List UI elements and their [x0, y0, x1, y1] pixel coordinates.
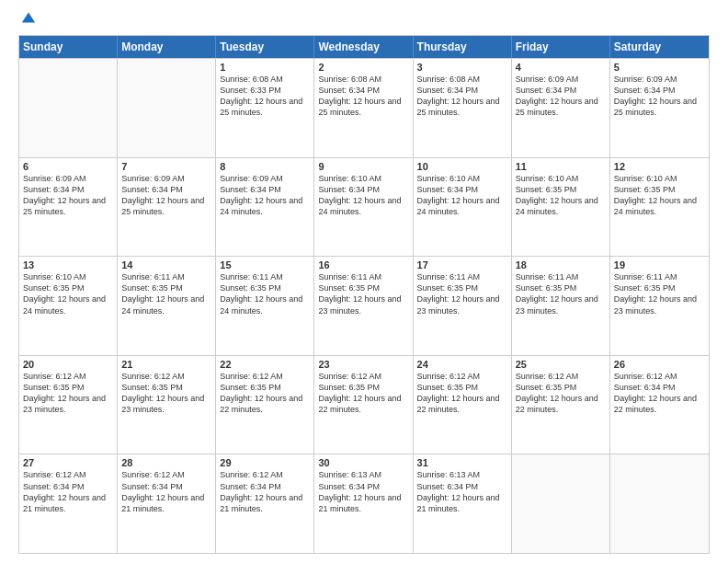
day-info: Sunrise: 6:13 AM Sunset: 6:34 PM Dayligh… — [318, 469, 408, 514]
day-number: 8 — [220, 161, 310, 172]
cal-cell-2-1: 14Sunrise: 6:11 AM Sunset: 6:35 PM Dayli… — [118, 257, 216, 355]
header-tuesday: Tuesday — [216, 36, 314, 58]
day-info: Sunrise: 6:11 AM Sunset: 6:35 PM Dayligh… — [220, 271, 310, 316]
cal-cell-0-0 — [19, 59, 118, 157]
cal-cell-2-5: 18Sunrise: 6:11 AM Sunset: 6:35 PM Dayli… — [512, 257, 610, 355]
week-row-1: 1Sunrise: 6:08 AM Sunset: 6:33 PM Daylig… — [19, 58, 709, 157]
cal-cell-3-3: 23Sunrise: 6:12 AM Sunset: 6:35 PM Dayli… — [314, 356, 413, 454]
day-number: 15 — [220, 259, 310, 270]
day-info: Sunrise: 6:12 AM Sunset: 6:34 PM Dayligh… — [220, 469, 310, 514]
cal-cell-3-0: 20Sunrise: 6:12 AM Sunset: 6:35 PM Dayli… — [19, 356, 118, 454]
day-number: 20 — [23, 359, 113, 370]
cal-cell-3-2: 22Sunrise: 6:12 AM Sunset: 6:35 PM Dayli… — [216, 356, 314, 454]
cal-cell-1-6: 12Sunrise: 6:10 AM Sunset: 6:35 PM Dayli… — [610, 158, 709, 257]
day-info: Sunrise: 6:12 AM Sunset: 6:34 PM Dayligh… — [614, 371, 705, 416]
cal-cell-4-4: 31Sunrise: 6:13 AM Sunset: 6:34 PM Dayli… — [414, 454, 512, 553]
cal-cell-3-4: 24Sunrise: 6:12 AM Sunset: 6:35 PM Dayli… — [414, 356, 512, 454]
cal-cell-4-2: 29Sunrise: 6:12 AM Sunset: 6:34 PM Dayli… — [216, 454, 314, 553]
day-number: 2 — [318, 62, 408, 73]
cal-cell-4-3: 30Sunrise: 6:13 AM Sunset: 6:34 PM Dayli… — [314, 454, 413, 553]
day-info: Sunrise: 6:09 AM Sunset: 6:34 PM Dayligh… — [23, 173, 113, 218]
day-info: Sunrise: 6:12 AM Sunset: 6:35 PM Dayligh… — [121, 371, 211, 416]
cal-cell-4-6 — [610, 454, 709, 553]
cal-cell-4-5 — [512, 454, 610, 553]
day-number: 17 — [417, 259, 507, 270]
page-header — [18, 17, 710, 26]
week-row-2: 6Sunrise: 6:09 AM Sunset: 6:34 PM Daylig… — [19, 157, 709, 257]
day-info: Sunrise: 6:09 AM Sunset: 6:34 PM Dayligh… — [121, 173, 211, 218]
day-info: Sunrise: 6:10 AM Sunset: 6:34 PM Dayligh… — [318, 173, 408, 218]
day-number: 23 — [318, 359, 408, 370]
day-number: 30 — [318, 457, 408, 468]
day-info: Sunrise: 6:11 AM Sunset: 6:35 PM Dayligh… — [121, 271, 211, 316]
logo-icon — [20, 9, 37, 26]
cal-cell-0-1 — [118, 59, 216, 157]
cal-cell-1-4: 10Sunrise: 6:10 AM Sunset: 6:34 PM Dayli… — [414, 158, 512, 257]
logo — [18, 17, 37, 26]
cal-cell-0-5: 4Sunrise: 6:09 AM Sunset: 6:34 PM Daylig… — [512, 59, 610, 157]
cal-cell-2-3: 16Sunrise: 6:11 AM Sunset: 6:35 PM Dayli… — [314, 257, 413, 355]
day-info: Sunrise: 6:12 AM Sunset: 6:35 PM Dayligh… — [516, 371, 606, 416]
cal-cell-1-3: 9Sunrise: 6:10 AM Sunset: 6:34 PM Daylig… — [314, 158, 413, 257]
day-number: 27 — [23, 457, 113, 468]
day-number: 26 — [614, 359, 705, 370]
header-wednesday: Wednesday — [314, 36, 413, 58]
header-saturday: Saturday — [610, 36, 709, 58]
day-info: Sunrise: 6:10 AM Sunset: 6:34 PM Dayligh… — [417, 173, 507, 218]
day-number: 28 — [121, 457, 211, 468]
day-number: 9 — [318, 161, 408, 172]
cal-cell-2-6: 19Sunrise: 6:11 AM Sunset: 6:35 PM Dayli… — [610, 257, 709, 355]
cal-cell-3-1: 21Sunrise: 6:12 AM Sunset: 6:35 PM Dayli… — [118, 356, 216, 454]
day-info: Sunrise: 6:10 AM Sunset: 6:35 PM Dayligh… — [614, 173, 705, 218]
header-sunday: Sunday — [19, 36, 118, 58]
calendar: Sunday Monday Tuesday Wednesday Thursday… — [18, 35, 710, 554]
day-number: 16 — [318, 259, 408, 270]
day-info: Sunrise: 6:09 AM Sunset: 6:34 PM Dayligh… — [516, 74, 606, 119]
day-info: Sunrise: 6:12 AM Sunset: 6:35 PM Dayligh… — [417, 371, 507, 416]
day-info: Sunrise: 6:08 AM Sunset: 6:34 PM Dayligh… — [417, 74, 507, 119]
day-number: 19 — [614, 259, 705, 270]
cal-cell-0-2: 1Sunrise: 6:08 AM Sunset: 6:33 PM Daylig… — [216, 59, 314, 157]
day-number: 11 — [516, 161, 606, 172]
day-number: 22 — [220, 359, 310, 370]
day-number: 13 — [23, 259, 113, 270]
week-row-4: 20Sunrise: 6:12 AM Sunset: 6:35 PM Dayli… — [19, 355, 709, 454]
day-info: Sunrise: 6:11 AM Sunset: 6:35 PM Dayligh… — [516, 271, 606, 316]
header-friday: Friday — [512, 36, 610, 58]
day-info: Sunrise: 6:11 AM Sunset: 6:35 PM Dayligh… — [318, 271, 408, 316]
day-info: Sunrise: 6:12 AM Sunset: 6:34 PM Dayligh… — [23, 469, 113, 514]
cal-cell-2-0: 13Sunrise: 6:10 AM Sunset: 6:35 PM Dayli… — [19, 257, 118, 355]
cal-cell-4-0: 27Sunrise: 6:12 AM Sunset: 6:34 PM Dayli… — [19, 454, 118, 553]
cal-cell-1-0: 6Sunrise: 6:09 AM Sunset: 6:34 PM Daylig… — [19, 158, 118, 257]
day-info: Sunrise: 6:08 AM Sunset: 6:34 PM Dayligh… — [318, 74, 408, 119]
day-number: 12 — [614, 161, 705, 172]
day-number: 29 — [220, 457, 310, 468]
day-number: 1 — [220, 62, 310, 73]
cal-cell-1-1: 7Sunrise: 6:09 AM Sunset: 6:34 PM Daylig… — [118, 158, 216, 257]
day-number: 3 — [417, 62, 507, 73]
day-number: 25 — [516, 359, 606, 370]
day-number: 10 — [417, 161, 507, 172]
cal-cell-3-6: 26Sunrise: 6:12 AM Sunset: 6:34 PM Dayli… — [610, 356, 709, 454]
day-number: 18 — [516, 259, 606, 270]
day-info: Sunrise: 6:13 AM Sunset: 6:34 PM Dayligh… — [417, 469, 507, 514]
day-info: Sunrise: 6:09 AM Sunset: 6:34 PM Dayligh… — [614, 74, 705, 119]
day-info: Sunrise: 6:11 AM Sunset: 6:35 PM Dayligh… — [614, 271, 705, 316]
day-info: Sunrise: 6:12 AM Sunset: 6:35 PM Dayligh… — [220, 371, 310, 416]
svg-marker-0 — [22, 13, 35, 23]
cal-cell-0-4: 3Sunrise: 6:08 AM Sunset: 6:34 PM Daylig… — [414, 59, 512, 157]
day-info: Sunrise: 6:08 AM Sunset: 6:33 PM Dayligh… — [220, 74, 310, 119]
cal-cell-0-3: 2Sunrise: 6:08 AM Sunset: 6:34 PM Daylig… — [314, 59, 413, 157]
day-number: 31 — [417, 457, 507, 468]
header-thursday: Thursday — [414, 36, 512, 58]
cal-cell-1-5: 11Sunrise: 6:10 AM Sunset: 6:35 PM Dayli… — [512, 158, 610, 257]
day-info: Sunrise: 6:12 AM Sunset: 6:35 PM Dayligh… — [23, 371, 113, 416]
cal-cell-1-2: 8Sunrise: 6:09 AM Sunset: 6:34 PM Daylig… — [216, 158, 314, 257]
cal-cell-4-1: 28Sunrise: 6:12 AM Sunset: 6:34 PM Dayli… — [118, 454, 216, 553]
cal-cell-3-5: 25Sunrise: 6:12 AM Sunset: 6:35 PM Dayli… — [512, 356, 610, 454]
calendar-header: Sunday Monday Tuesday Wednesday Thursday… — [19, 36, 709, 58]
calendar-body: 1Sunrise: 6:08 AM Sunset: 6:33 PM Daylig… — [19, 58, 709, 553]
cal-cell-2-2: 15Sunrise: 6:11 AM Sunset: 6:35 PM Dayli… — [216, 257, 314, 355]
day-number: 24 — [417, 359, 507, 370]
day-number: 7 — [121, 161, 211, 172]
